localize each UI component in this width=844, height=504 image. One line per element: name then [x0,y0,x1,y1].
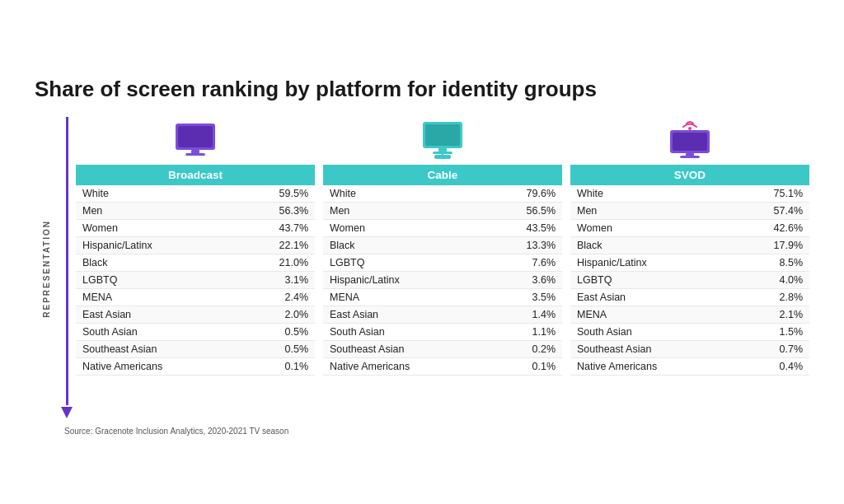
group-label: South Asian [570,324,734,341]
main-container: Share of screen ranking by platform for … [26,60,818,444]
group-value: 3.6% [487,272,562,289]
group-label: Southeast Asian [76,341,240,358]
group-value: 3.5% [487,289,562,306]
group-value: 0.1% [487,358,562,376]
group-label: MENA [323,289,487,306]
table-row: Black17.9% [570,237,809,254]
tables-area: BroadcastWhite59.5%Men56.3%Women43.7%His… [76,117,809,420]
table-row: Women43.5% [323,220,562,237]
content-area: REPRESENTATION BroadcastWhite59.5%Men56.… [35,117,809,420]
svg-rect-8 [434,155,451,159]
group-value: 2.1% [734,306,809,324]
table-row: MENA2.1% [570,306,809,324]
group-value: 57.4% [734,203,809,220]
platform-section-cable: CableWhite79.6%Men56.5%Women43.5%Black13… [323,117,562,420]
group-value: 1.5% [734,324,809,341]
svg-rect-13 [680,156,700,158]
svod-icon [663,117,716,160]
group-value: 0.2% [487,341,562,358]
table-row: Black13.3% [323,237,562,254]
svg-point-9 [688,127,692,130]
group-value: 43.5% [487,220,562,237]
table-row: East Asian1.4% [323,306,562,324]
table-row: Hispanic/Latinx8.5% [570,254,809,272]
group-value: 2.4% [240,289,315,306]
group-label: East Asian [76,306,240,324]
group-label: South Asian [323,324,487,341]
svg-rect-1 [178,126,213,147]
group-label: White [76,185,240,203]
group-label: Hispanic/Latinx [76,237,240,254]
group-label: Black [570,237,734,254]
cable-icon [416,117,469,160]
group-value: 22.1% [240,237,315,254]
group-label: Black [323,237,487,254]
group-label: Black [76,254,240,272]
table-row: White59.5% [76,185,315,203]
table-row: Men56.3% [76,203,315,220]
group-label: LGBTQ [323,254,487,272]
arrow-container [61,117,73,420]
group-label: Women [76,220,240,237]
group-value: 0.7% [734,341,809,358]
y-label-container: REPRESENTATION [35,117,58,420]
table-row: Women42.6% [570,220,809,237]
table-row: East Asian2.8% [570,289,809,306]
group-label: East Asian [570,289,734,306]
table-row: South Asian1.5% [570,324,809,341]
group-label: White [570,185,734,203]
table-row: MENA3.5% [323,289,562,306]
cable-header: Cable [323,165,562,185]
table-row: Native Americans0.4% [570,358,809,376]
broadcast-table: BroadcastWhite59.5%Men56.3%Women43.7%His… [76,165,315,376]
table-row: Southeast Asian0.2% [323,341,562,358]
svg-rect-6 [438,148,447,152]
group-value: 8.5% [734,254,809,272]
group-value: 0.1% [240,358,315,376]
table-row: South Asian0.5% [76,324,315,341]
table-row: South Asian1.1% [323,324,562,341]
group-value: 2.0% [240,306,315,324]
arrow-line [66,117,68,405]
group-value: 4.0% [734,272,809,289]
group-label: LGBTQ [570,272,734,289]
group-label: Women [570,220,734,237]
table-row: Women43.7% [76,220,315,237]
group-label: Women [323,220,487,237]
page-title: Share of screen ranking by platform for … [35,77,809,102]
group-value: 2.8% [734,289,809,306]
group-value: 79.6% [487,185,562,203]
broadcast-icon [169,117,222,160]
platform-section-broadcast: BroadcastWhite59.5%Men56.3%Women43.7%His… [76,117,315,420]
group-value: 1.1% [487,324,562,341]
table-row: Hispanic/Latinx3.6% [323,272,562,289]
group-value: 21.0% [240,254,315,272]
svg-rect-11 [673,133,707,151]
group-value: 59.5% [240,185,315,203]
table-row: LGBTQ7.6% [323,254,562,272]
table-row: Hispanic/Latinx22.1% [76,237,315,254]
group-value: 75.1% [734,185,809,203]
arrow-down-icon [61,407,73,418]
group-value: 17.9% [734,237,809,254]
cable-table: CableWhite79.6%Men56.5%Women43.5%Black13… [323,165,562,376]
svg-rect-3 [185,153,205,156]
svod-table: SVODWhite75.1%Men57.4%Women42.6%Black17.… [570,165,809,376]
group-label: Native Americans [76,358,240,376]
group-value: 42.6% [734,220,809,237]
group-value: 56.3% [240,203,315,220]
table-row: Native Americans0.1% [76,358,315,376]
svod-header: SVOD [570,165,809,185]
group-value: 43.7% [240,220,315,237]
group-label: South Asian [76,324,240,341]
table-row: Southeast Asian0.5% [76,341,315,358]
group-label: Southeast Asian [570,341,734,358]
table-row: Men57.4% [570,203,809,220]
group-label: Men [323,203,487,220]
table-row: Men56.5% [323,203,562,220]
group-label: MENA [76,289,240,306]
table-row: LGBTQ4.0% [570,272,809,289]
group-value: 1.4% [487,306,562,324]
group-value: 13.3% [487,237,562,254]
table-row: MENA2.4% [76,289,315,306]
